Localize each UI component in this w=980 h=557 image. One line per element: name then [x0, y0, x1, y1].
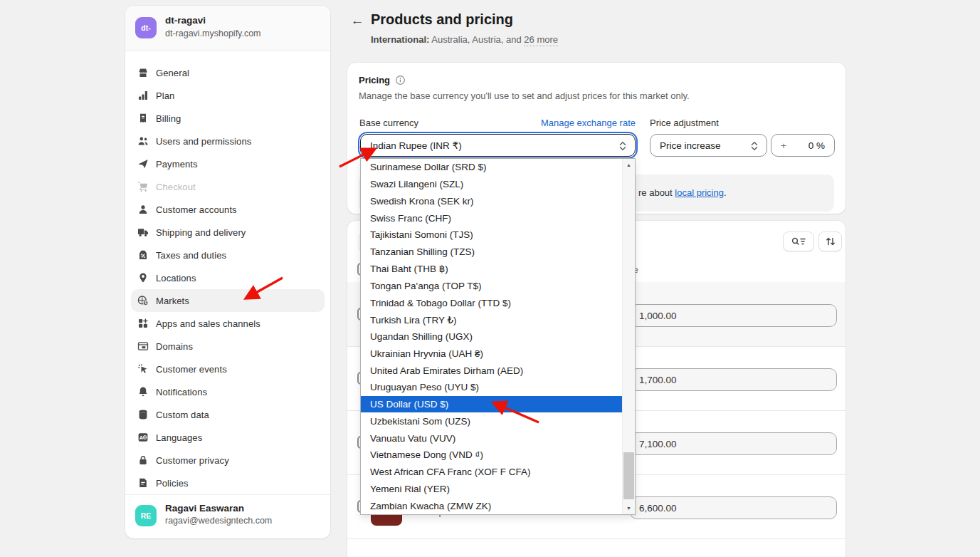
currency-option[interactable]: Vanuatu Vatu (VUV) [361, 430, 623, 447]
settings-sidebar: dt- dt-ragavi dt-ragavi.myshopify.com Ge… [125, 6, 330, 538]
dropdown-scrollbar[interactable]: ▲ ▼ [622, 159, 635, 514]
currency-option[interactable]: West African CFA Franc (XOF F CFA) [361, 464, 623, 481]
price-input[interactable]: 6,600.00 [630, 496, 837, 519]
sidebar-item-users-and-permissions[interactable]: Users and permissions [131, 130, 325, 152]
currency-option[interactable]: Tanzanian Shilling (TZS) [361, 244, 623, 261]
info-icon[interactable] [395, 75, 406, 88]
search-filter-icon [791, 236, 806, 247]
cursor-click-icon [137, 363, 149, 375]
currency-option[interactable]: Yemeni Rial (YER) [361, 481, 623, 498]
sidebar-item-custom-data[interactable]: Custom data [131, 403, 325, 426]
currency-option[interactable]: Trinidad & Tobago Dollar (TTD $) [361, 294, 623, 311]
base-currency-select[interactable]: Indian Rupee (INR ₹) [360, 134, 636, 157]
sidebar-item-customer-privacy[interactable]: Customer privacy [131, 449, 325, 472]
sidebar-item-billing[interactable]: Billing [131, 107, 325, 130]
scrollbar-thumb[interactable] [623, 452, 634, 499]
store-switcher[interactable]: dt- dt-ragavi dt-ragavi.myshopify.com [125, 6, 330, 51]
manage-exchange-rate-link[interactable]: Manage exchange rate [534, 118, 636, 128]
sidebar-item-policies[interactable]: Policies [131, 472, 325, 494]
currency-option[interactable]: Tajikistani Somoni (TJS) [361, 227, 623, 244]
back-arrow-icon[interactable]: ← [349, 12, 366, 29]
price-value: 1,700.00 [639, 375, 677, 385]
browser-window-icon [137, 340, 149, 353]
sidebar-item-label: Languages [156, 432, 202, 443]
user-profile: RE Ragavi Easwaran ragavi@wedesigntech.c… [125, 494, 330, 538]
sidebar-item-locations[interactable]: Locations [131, 266, 325, 289]
price-value: 1,000.00 [639, 311, 677, 321]
sidebar-item-label: Markets [156, 296, 189, 306]
price-input[interactable]: 1,700.00 [630, 368, 837, 391]
sidebar-item-label: Apps and sales channels [156, 318, 260, 329]
base-currency-label: Base currency [359, 118, 418, 128]
currency-option[interactable]: Swazi Lilangeni (SZL) [361, 176, 623, 193]
tax-document-icon [137, 249, 149, 261]
currency-option[interactable]: Uruguayan Peso (UYU $) [361, 379, 623, 396]
sidebar-item-customer-events[interactable]: Customer events [131, 358, 325, 380]
sidebar-item-general[interactable]: General [131, 61, 325, 84]
select-caret-icon [750, 140, 759, 154]
sidebar-item-domains[interactable]: Domains [131, 335, 325, 358]
settings-menu: GeneralPlanBillingUsers and permissionsP… [131, 61, 325, 494]
adjustment-percent-input[interactable]: + 0 % [771, 134, 835, 157]
currency-option[interactable]: Turkish Lira (TRY ₺) [361, 311, 623, 328]
sidebar-item-notifications[interactable]: Notifications [131, 380, 325, 403]
delivery-truck-icon [137, 227, 149, 239]
sidebar-item-label: General [156, 68, 189, 78]
store-domain: dt-ragavi.myshopify.com [165, 28, 261, 38]
currency-option[interactable]: Surinamese Dollar (SRD $) [361, 159, 623, 176]
billing-receipt-icon [137, 113, 149, 125]
more-countries-toggle[interactable]: 26 more [524, 34, 558, 46]
currency-option[interactable]: Swedish Krona (SEK kr) [361, 193, 623, 210]
search-filter-button[interactable] [783, 231, 814, 251]
adjustment-sign: + [781, 140, 786, 151]
sidebar-item-languages[interactable]: ALanguages [131, 426, 325, 449]
store-name: dt-ragavi [165, 15, 206, 26]
currency-option[interactable]: United Arab Emirates Dirham (AED) [361, 362, 623, 379]
sidebar-item-payments[interactable]: Payments [131, 152, 325, 175]
user-name: Ragavi Easwaran [165, 503, 244, 514]
sidebar-item-label: Payments [156, 159, 198, 170]
currency-option[interactable]: Swiss Franc (CHF) [361, 209, 623, 227]
sort-button[interactable] [818, 231, 842, 251]
scroll-up-icon[interactable]: ▲ [623, 159, 635, 171]
scroll-down-icon[interactable]: ▼ [623, 502, 635, 514]
sidebar-item-label: Custom data [156, 410, 209, 420]
currency-option[interactable]: Thai Baht (THB ฿) [361, 261, 623, 278]
select-caret-icon [618, 140, 627, 154]
globe-dollar-icon: $ [137, 295, 149, 307]
sidebar-item-plan[interactable]: Plan [131, 84, 325, 107]
price-value: 7,100.00 [639, 439, 677, 449]
sidebar-item-label: Notifications [156, 387, 207, 397]
currency-option[interactable]: Ugandan Shilling (UGX) [361, 328, 623, 345]
currency-option-selected[interactable]: US Dollar (USD $) [361, 396, 623, 413]
policy-doc-icon [137, 477, 149, 489]
price-input[interactable]: 1,000.00 [630, 304, 837, 327]
sidebar-item-label: Domains [156, 341, 193, 352]
currency-option[interactable]: Zambian Kwacha (ZMW ZK) [361, 497, 623, 514]
sidebar-item-markets[interactable]: $Markets [131, 289, 325, 312]
currency-options: Surinamese Dollar (SRD $)Swazi Lilangeni… [361, 159, 623, 514]
currency-option[interactable]: Ukrainian Hryvnia (UAH ₴) [361, 345, 623, 362]
currency-option[interactable]: Uzbekistani Som (UZS) [361, 412, 623, 430]
sidebar-item-apps-and-sales-channels[interactable]: Apps and sales channels [131, 312, 325, 335]
sidebar-item-taxes-and-duties[interactable]: Taxes and duties [131, 244, 325, 266]
sort-icon [825, 236, 836, 247]
sidebar-item-label: Billing [156, 113, 181, 124]
sidebar-item-label: Checkout [156, 182, 196, 192]
price-input[interactable]: 7,100.00 [630, 432, 837, 455]
currency-option[interactable]: Vietnamese Dong (VND ₫) [361, 447, 623, 464]
pricing-description: Manage the base currency you'll use to s… [359, 90, 690, 101]
sidebar-item-label: Customer events [156, 364, 227, 375]
store-avatar: dt- [135, 17, 157, 38]
sidebar-item-label: Policies [156, 478, 189, 489]
sidebar-item-shipping-and-delivery[interactable]: Shipping and delivery [131, 221, 325, 244]
price-adjustment-select[interactable]: Price increase [650, 134, 767, 157]
page-subtitle: International: Australia, Austria, and 2… [371, 34, 558, 45]
local-pricing-link[interactable]: local pricing [675, 187, 724, 198]
sidebar-item-label: Shipping and delivery [156, 227, 246, 238]
currency-option[interactable]: Tongan Pa'anga (TOP T$) [361, 277, 623, 294]
sidebar-item-customer-accounts[interactable]: Customer accounts [131, 198, 325, 221]
database-icon [137, 409, 149, 421]
apps-grid-icon [137, 318, 149, 330]
pricing-card-title: Pricing [359, 75, 390, 85]
